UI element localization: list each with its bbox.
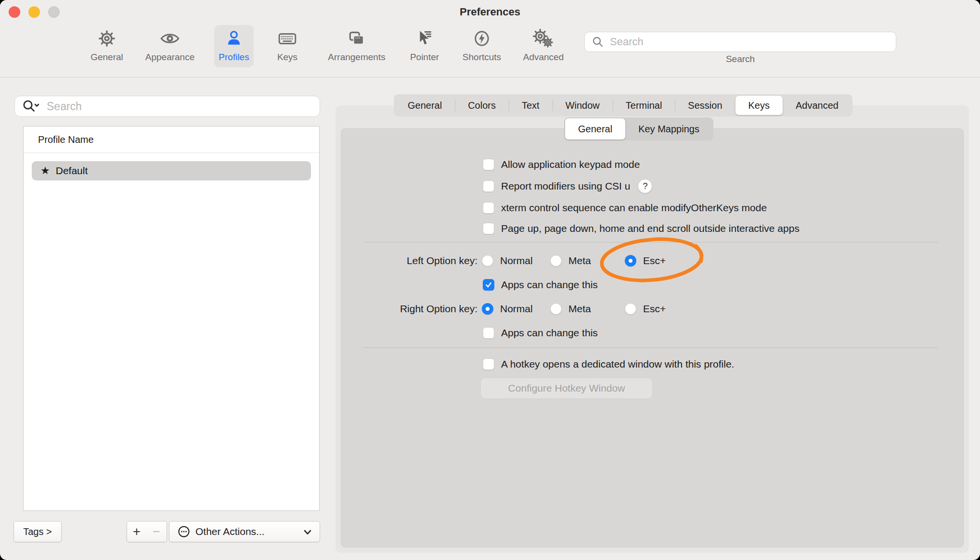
checkbox-label: Apps can change this	[501, 279, 598, 291]
chevron-down-icon	[302, 528, 313, 539]
tab-keys[interactable]: Keys	[735, 96, 783, 115]
search-menu-icon	[22, 99, 42, 114]
toolbar-item-keys[interactable]: Keys	[251, 26, 323, 63]
preferences-window: Preferences	[0, 0, 980, 560]
help-button[interactable]: ?	[638, 179, 652, 193]
checkbox-row-csi-u: Report modifiers using CSI u ?	[483, 180, 652, 192]
right-option-key-label: Right Option key:	[337, 303, 477, 315]
tags-button[interactable]: Tags >	[13, 521, 62, 542]
cursor-icon	[415, 26, 434, 51]
left-option-meta: Meta	[550, 255, 591, 267]
hotkey-row: A hotkey opens a dedicated window with t…	[483, 358, 734, 370]
person-icon	[225, 26, 243, 51]
left-option-meta-radio[interactable]	[550, 255, 562, 267]
toolbar-label: Advanced	[523, 52, 564, 63]
tab-general[interactable]: General	[395, 96, 455, 115]
minus-icon: −	[153, 524, 160, 539]
tab-terminal[interactable]: Terminal	[613, 96, 675, 115]
toolbar-label: Arrangements	[328, 52, 385, 63]
subtab-key-mappings[interactable]: Key Mappings	[625, 118, 712, 140]
left-option-key-label: Left Option key:	[337, 255, 477, 267]
tab-text[interactable]: Text	[509, 96, 553, 115]
remove-profile-button[interactable]: −	[146, 521, 167, 542]
section-divider	[363, 347, 938, 348]
toolbar-search-field[interactable]	[584, 32, 896, 52]
checkbox-label: Apps can change this	[501, 327, 598, 339]
toolbar-label: Keys	[277, 52, 297, 63]
tab-session[interactable]: Session	[675, 96, 735, 115]
plus-icon: +	[133, 524, 141, 539]
keyboard-icon	[277, 26, 297, 51]
hotkey-window-checkbox[interactable]	[483, 358, 494, 370]
radio-label: Esc+	[643, 303, 666, 315]
left-option-normal: Normal	[482, 255, 533, 267]
left-option-normal-radio[interactable]	[482, 255, 493, 267]
allow-keypad-checkbox[interactable]	[483, 159, 494, 170]
other-actions-label: Other Actions...	[195, 526, 265, 537]
profile-row-default[interactable]: ★ Default	[32, 161, 311, 180]
search-icon	[592, 36, 604, 48]
profile-search-field[interactable]	[14, 96, 320, 117]
left-option-esc: Esc+	[625, 255, 666, 267]
eye-icon	[160, 26, 180, 51]
right-option-esc-radio[interactable]	[625, 303, 636, 315]
window-header: Preferences	[0, 0, 980, 77]
tab-colors[interactable]: Colors	[455, 96, 509, 115]
add-profile-button[interactable]: +	[127, 521, 147, 542]
checkbox-row-page-scroll: Page up, page down, home and end scroll …	[483, 223, 799, 234]
checkbox-label: Allow application keypad mode	[501, 159, 640, 170]
tags-button-label: Tags >	[23, 526, 52, 537]
checkbox-row-modify-other-keys: xterm control sequence can enable modify…	[483, 202, 767, 214]
keys-subtab-bar: General Key Mappings	[564, 117, 713, 140]
left-apps-can-change-checkbox[interactable]	[483, 279, 494, 291]
toolbar-label: Appearance	[145, 52, 194, 63]
bolt-circle-icon	[473, 26, 491, 51]
radio-label: Normal	[500, 255, 533, 267]
toolbar-item-appearance[interactable]: Appearance	[134, 26, 206, 63]
profile-tab-bar: General Colors Text Window Terminal Sess…	[394, 94, 852, 116]
profile-list: Profile Name ★ Default	[23, 126, 320, 511]
toolbar-item-general[interactable]: General	[71, 26, 143, 63]
checkbox-label: xterm control sequence can enable modify…	[501, 202, 767, 214]
left-option-esc-radio[interactable]	[625, 255, 636, 267]
windows-icon	[347, 26, 366, 51]
checkbox-label: A hotkey opens a dedicated window with t…	[501, 358, 734, 370]
radio-label: Normal	[500, 303, 533, 315]
modify-other-keys-checkbox[interactable]	[483, 202, 494, 214]
toolbar-label: General	[90, 52, 123, 63]
left-apps-can-change-row: Apps can change this	[483, 279, 598, 291]
tab-advanced[interactable]: Advanced	[783, 96, 851, 115]
list-header-divider	[24, 153, 319, 153]
page-scroll-checkbox[interactable]	[483, 223, 494, 234]
right-option-esc: Esc+	[625, 303, 666, 315]
toolbar-search-input[interactable]	[609, 35, 896, 49]
section-divider	[363, 242, 938, 242]
csi-u-checkbox[interactable]	[483, 180, 494, 192]
toolbar-label: Profiles	[219, 52, 249, 63]
gear-icon	[98, 26, 116, 51]
ellipsis-circle-icon	[177, 525, 191, 538]
default-star-icon: ★	[40, 165, 50, 177]
right-apps-can-change-checkbox[interactable]	[483, 327, 494, 339]
right-option-normal: Normal	[482, 303, 533, 315]
configure-hotkey-window-button[interactable]: Configure Hotkey Window	[480, 378, 653, 399]
toolbar-search-label: Search	[584, 54, 896, 64]
checkbox-label: Report modifiers using CSI u	[501, 180, 630, 192]
profile-list-header: Profile Name	[38, 134, 94, 145]
right-option-normal-radio[interactable]	[482, 303, 493, 315]
radio-label: Esc+	[643, 255, 666, 267]
toolbar-label: Pointer	[410, 52, 439, 63]
window-title: Preferences	[0, 6, 980, 18]
toolbar-item-arrangements[interactable]: Arrangements	[321, 26, 393, 63]
right-option-meta: Meta	[550, 303, 591, 315]
subtab-general[interactable]: General	[565, 118, 625, 140]
toolbar-item-advanced[interactable]: Advanced	[507, 26, 580, 63]
profile-search-input[interactable]	[46, 100, 320, 114]
right-option-meta-radio[interactable]	[550, 303, 562, 315]
toolbar-label: Shortcuts	[463, 52, 501, 63]
other-actions-dropdown[interactable]: Other Actions...	[169, 521, 320, 542]
profile-name: Default	[56, 165, 88, 177]
checkbox-row-keypad: Allow application keypad mode	[483, 159, 640, 170]
radio-label: Meta	[568, 303, 591, 315]
tab-window[interactable]: Window	[553, 96, 613, 115]
